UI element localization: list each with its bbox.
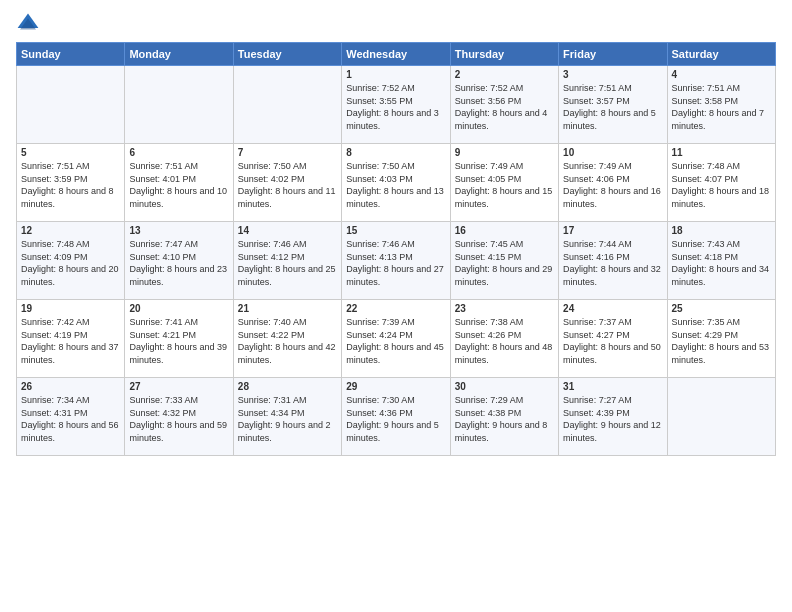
calendar-cell [17, 66, 125, 144]
calendar-cell: 20Sunrise: 7:41 AM Sunset: 4:21 PM Dayli… [125, 300, 233, 378]
cell-content: Sunrise: 7:33 AM Sunset: 4:32 PM Dayligh… [129, 394, 228, 444]
cell-content: Sunrise: 7:51 AM Sunset: 3:57 PM Dayligh… [563, 82, 662, 132]
calendar-cell: 23Sunrise: 7:38 AM Sunset: 4:26 PM Dayli… [450, 300, 558, 378]
day-number: 23 [455, 303, 554, 314]
calendar-cell [667, 378, 775, 456]
cell-content: Sunrise: 7:47 AM Sunset: 4:10 PM Dayligh… [129, 238, 228, 288]
col-header-thursday: Thursday [450, 43, 558, 66]
calendar-cell: 14Sunrise: 7:46 AM Sunset: 4:12 PM Dayli… [233, 222, 341, 300]
day-number: 3 [563, 69, 662, 80]
cell-content: Sunrise: 7:29 AM Sunset: 4:38 PM Dayligh… [455, 394, 554, 444]
calendar-cell: 26Sunrise: 7:34 AM Sunset: 4:31 PM Dayli… [17, 378, 125, 456]
day-number: 15 [346, 225, 445, 236]
calendar-cell: 10Sunrise: 7:49 AM Sunset: 4:06 PM Dayli… [559, 144, 667, 222]
day-number: 4 [672, 69, 771, 80]
cell-content: Sunrise: 7:30 AM Sunset: 4:36 PM Dayligh… [346, 394, 445, 444]
day-number: 29 [346, 381, 445, 392]
day-number: 18 [672, 225, 771, 236]
cell-content: Sunrise: 7:40 AM Sunset: 4:22 PM Dayligh… [238, 316, 337, 366]
calendar-cell: 13Sunrise: 7:47 AM Sunset: 4:10 PM Dayli… [125, 222, 233, 300]
cell-content: Sunrise: 7:39 AM Sunset: 4:24 PM Dayligh… [346, 316, 445, 366]
cell-content: Sunrise: 7:38 AM Sunset: 4:26 PM Dayligh… [455, 316, 554, 366]
calendar-cell: 11Sunrise: 7:48 AM Sunset: 4:07 PM Dayli… [667, 144, 775, 222]
calendar-cell: 25Sunrise: 7:35 AM Sunset: 4:29 PM Dayli… [667, 300, 775, 378]
day-number: 25 [672, 303, 771, 314]
calendar-cell [233, 66, 341, 144]
calendar-cell: 1Sunrise: 7:52 AM Sunset: 3:55 PM Daylig… [342, 66, 450, 144]
calendar-cell: 19Sunrise: 7:42 AM Sunset: 4:19 PM Dayli… [17, 300, 125, 378]
day-number: 11 [672, 147, 771, 158]
col-header-friday: Friday [559, 43, 667, 66]
cell-content: Sunrise: 7:51 AM Sunset: 3:58 PM Dayligh… [672, 82, 771, 132]
col-header-wednesday: Wednesday [342, 43, 450, 66]
day-number: 28 [238, 381, 337, 392]
cell-content: Sunrise: 7:50 AM Sunset: 4:03 PM Dayligh… [346, 160, 445, 210]
day-number: 9 [455, 147, 554, 158]
day-number: 17 [563, 225, 662, 236]
week-row-2: 5Sunrise: 7:51 AM Sunset: 3:59 PM Daylig… [17, 144, 776, 222]
calendar-cell: 15Sunrise: 7:46 AM Sunset: 4:13 PM Dayli… [342, 222, 450, 300]
col-header-monday: Monday [125, 43, 233, 66]
day-number: 26 [21, 381, 120, 392]
cell-content: Sunrise: 7:43 AM Sunset: 4:18 PM Dayligh… [672, 238, 771, 288]
cell-content: Sunrise: 7:48 AM Sunset: 4:09 PM Dayligh… [21, 238, 120, 288]
calendar-cell: 7Sunrise: 7:50 AM Sunset: 4:02 PM Daylig… [233, 144, 341, 222]
cell-content: Sunrise: 7:45 AM Sunset: 4:15 PM Dayligh… [455, 238, 554, 288]
calendar-cell: 8Sunrise: 7:50 AM Sunset: 4:03 PM Daylig… [342, 144, 450, 222]
day-number: 1 [346, 69, 445, 80]
cell-content: Sunrise: 7:49 AM Sunset: 4:05 PM Dayligh… [455, 160, 554, 210]
logo-icon [16, 12, 40, 36]
calendar-cell: 2Sunrise: 7:52 AM Sunset: 3:56 PM Daylig… [450, 66, 558, 144]
day-number: 24 [563, 303, 662, 314]
calendar-cell: 5Sunrise: 7:51 AM Sunset: 3:59 PM Daylig… [17, 144, 125, 222]
cell-content: Sunrise: 7:46 AM Sunset: 4:13 PM Dayligh… [346, 238, 445, 288]
day-number: 21 [238, 303, 337, 314]
col-header-tuesday: Tuesday [233, 43, 341, 66]
calendar-cell: 29Sunrise: 7:30 AM Sunset: 4:36 PM Dayli… [342, 378, 450, 456]
day-number: 5 [21, 147, 120, 158]
day-number: 6 [129, 147, 228, 158]
cell-content: Sunrise: 7:37 AM Sunset: 4:27 PM Dayligh… [563, 316, 662, 366]
day-number: 14 [238, 225, 337, 236]
calendar-cell: 9Sunrise: 7:49 AM Sunset: 4:05 PM Daylig… [450, 144, 558, 222]
day-number: 16 [455, 225, 554, 236]
week-row-3: 12Sunrise: 7:48 AM Sunset: 4:09 PM Dayli… [17, 222, 776, 300]
calendar-cell [125, 66, 233, 144]
cell-content: Sunrise: 7:51 AM Sunset: 3:59 PM Dayligh… [21, 160, 120, 210]
calendar-cell: 6Sunrise: 7:51 AM Sunset: 4:01 PM Daylig… [125, 144, 233, 222]
header [16, 12, 776, 36]
cell-content: Sunrise: 7:31 AM Sunset: 4:34 PM Dayligh… [238, 394, 337, 444]
cell-content: Sunrise: 7:35 AM Sunset: 4:29 PM Dayligh… [672, 316, 771, 366]
cell-content: Sunrise: 7:41 AM Sunset: 4:21 PM Dayligh… [129, 316, 228, 366]
cell-content: Sunrise: 7:34 AM Sunset: 4:31 PM Dayligh… [21, 394, 120, 444]
day-number: 30 [455, 381, 554, 392]
calendar-cell: 30Sunrise: 7:29 AM Sunset: 4:38 PM Dayli… [450, 378, 558, 456]
day-number: 27 [129, 381, 228, 392]
day-number: 19 [21, 303, 120, 314]
page-container: SundayMondayTuesdayWednesdayThursdayFrid… [0, 0, 792, 612]
cell-content: Sunrise: 7:52 AM Sunset: 3:56 PM Dayligh… [455, 82, 554, 132]
calendar-cell: 22Sunrise: 7:39 AM Sunset: 4:24 PM Dayli… [342, 300, 450, 378]
calendar-cell: 18Sunrise: 7:43 AM Sunset: 4:18 PM Dayli… [667, 222, 775, 300]
calendar-cell: 17Sunrise: 7:44 AM Sunset: 4:16 PM Dayli… [559, 222, 667, 300]
calendar-cell: 31Sunrise: 7:27 AM Sunset: 4:39 PM Dayli… [559, 378, 667, 456]
calendar-cell: 12Sunrise: 7:48 AM Sunset: 4:09 PM Dayli… [17, 222, 125, 300]
cell-content: Sunrise: 7:51 AM Sunset: 4:01 PM Dayligh… [129, 160, 228, 210]
calendar-table: SundayMondayTuesdayWednesdayThursdayFrid… [16, 42, 776, 456]
day-number: 22 [346, 303, 445, 314]
logo [16, 12, 44, 36]
day-number: 7 [238, 147, 337, 158]
day-number: 20 [129, 303, 228, 314]
cell-content: Sunrise: 7:49 AM Sunset: 4:06 PM Dayligh… [563, 160, 662, 210]
calendar-cell: 21Sunrise: 7:40 AM Sunset: 4:22 PM Dayli… [233, 300, 341, 378]
day-number: 31 [563, 381, 662, 392]
cell-content: Sunrise: 7:46 AM Sunset: 4:12 PM Dayligh… [238, 238, 337, 288]
day-number: 12 [21, 225, 120, 236]
week-row-1: 1Sunrise: 7:52 AM Sunset: 3:55 PM Daylig… [17, 66, 776, 144]
cell-content: Sunrise: 7:50 AM Sunset: 4:02 PM Dayligh… [238, 160, 337, 210]
day-number: 8 [346, 147, 445, 158]
week-row-4: 19Sunrise: 7:42 AM Sunset: 4:19 PM Dayli… [17, 300, 776, 378]
cell-content: Sunrise: 7:27 AM Sunset: 4:39 PM Dayligh… [563, 394, 662, 444]
cell-content: Sunrise: 7:44 AM Sunset: 4:16 PM Dayligh… [563, 238, 662, 288]
col-header-saturday: Saturday [667, 43, 775, 66]
